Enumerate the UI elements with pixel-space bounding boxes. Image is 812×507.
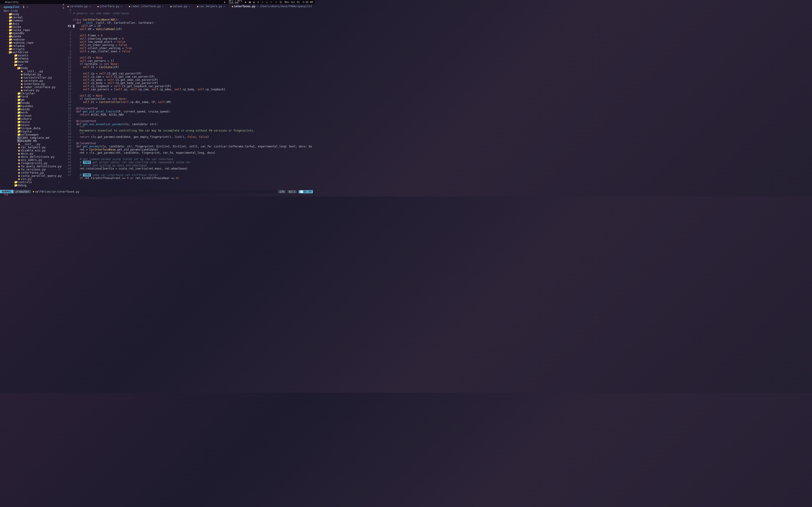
file-CARS_template-md[interactable]: M↓CARS_template.md xyxy=(4,136,62,139)
folder-panda[interactable]: ›📁panda xyxy=(4,35,62,38)
code-line[interactable]: self.cp_loopback = self.CS.get_loopback_… xyxy=(73,84,315,88)
code-line[interactable]: self.can_parsers = [self.cp, self.cp_cam… xyxy=(73,88,315,91)
folder-subaru[interactable]: ›📁subaru xyxy=(4,117,62,120)
folder-laika_repo[interactable]: ›📁laika_repo xyxy=(4,29,62,32)
code-line[interactable]: # Set common params using fields set by … xyxy=(73,158,315,161)
code-line[interactable]: class CarInterfaceBase(ABC): xyxy=(73,18,315,21)
file-interfaces-py[interactable]: ●interfaces.py xyxy=(4,171,62,174)
code-line[interactable]: @staticmethod xyxy=(73,107,315,110)
folder-hyundai[interactable]: ›📁hyundai xyxy=(4,105,62,108)
folder-release[interactable]: ›📁release xyxy=(4,44,62,48)
tab-car_helpers-py[interactable]: ●car_helpers.py✕ xyxy=(196,5,226,8)
code-line[interactable]: self.steering_unpressed = 0 xyxy=(73,37,315,40)
code-editor[interactable]: 6762234567891011121314151617181920212223… xyxy=(62,8,315,196)
code-line[interactable] xyxy=(73,69,315,72)
folder-body[interactable]: ⌄ 📂 body xyxy=(4,66,62,70)
code-line[interactable]: if CarController is not None: xyxy=(73,97,315,101)
close-icon[interactable]: ✕ xyxy=(257,5,258,8)
folder-toyota[interactable]: ›📁toyota xyxy=(4,130,62,133)
code-line[interactable]: def get_non_essential_params(cls, candid… xyxy=(73,123,315,126)
file-radar_interface-py[interactable]: ●radar_interface.py xyxy=(4,86,62,89)
code-line[interactable]: self.cp = self.CS.get_can_parser(CP) xyxy=(73,72,315,75)
file-bodycan-py[interactable]: ●bodycan.py xyxy=(4,73,62,76)
menubar-time[interactable]: 2:34 AM xyxy=(302,1,313,4)
file-fw_query_definitions-py[interactable]: ●fw_query_definitions.py xyxy=(4,165,62,168)
code-line[interactable]: self.VM = VehicleModel(CP) xyxy=(73,27,315,31)
search-icon[interactable]: ⌕ xyxy=(275,1,277,4)
file-isotp_parallel_query-py[interactable]: ●isotp_parallel_query.py xyxy=(4,174,62,177)
folder-opendbc[interactable]: ›📁opendbc xyxy=(4,32,62,35)
code-line[interactable]: self.low_speed_alert = False xyxy=(73,40,315,44)
file-fw_versions-py[interactable]: ●fw_versions.py✓ xyxy=(4,168,62,171)
code-line[interactable]: self.CC = CarController(self.cp.dbc_name… xyxy=(73,101,315,104)
folder-athena[interactable]: ›📁athena xyxy=(4,57,62,60)
folder-car[interactable]: ⌄ 📂 car xyxy=(4,63,62,66)
code-line[interactable] xyxy=(73,104,315,107)
folder-ford[interactable]: ›📁ford xyxy=(4,95,62,98)
code-line[interactable]: # civic and scaling by mass and wheelbas… xyxy=(73,164,315,167)
folder-selfdrive[interactable]: ⌄ 📂 selfdrive xyxy=(4,51,62,54)
play-icon[interactable]: ⊙ xyxy=(258,1,259,4)
folder-common[interactable]: ›📁common xyxy=(4,19,62,22)
code-line[interactable]: self.v_ego_cluster_seen = False xyxy=(73,50,315,53)
code-line[interactable]: ret = CarInterfaceBase.get_std_params(ca… xyxy=(73,148,315,151)
code-line[interactable] xyxy=(73,53,315,56)
code-line[interactable]: self.cp_cam = self.CS.get_cam_can_parser… xyxy=(73,75,315,78)
menubar-date[interactable]: Mon Jul 31 xyxy=(285,1,300,4)
file-__init__-py[interactable]: ●__init__.py xyxy=(4,70,62,73)
folder-rednose[interactable]: ›📁rednose xyxy=(4,38,62,41)
code-line[interactable]: self.cp_adas = self.CS.get_adas_can_pars… xyxy=(73,78,315,81)
file-docs-py[interactable]: ●docs.py xyxy=(4,152,62,155)
file-__init__-py[interactable]: ●__init__.py xyxy=(4,143,62,146)
close-icon[interactable]: ✕ xyxy=(223,5,225,8)
code-line[interactable]: ret.rotationalInertia = scale_rot_inerti… xyxy=(73,167,315,170)
file-vin-py[interactable]: ●vin.py xyxy=(4,177,62,181)
control-center-icon[interactable]: ☰ xyxy=(280,1,282,4)
menubar-app-name[interactable]: Alacritty xyxy=(5,1,18,4)
folder-chrysler[interactable]: ›📁chrysler xyxy=(4,92,62,95)
file-docs_definitions-py[interactable]: ●docs_definitions.py xyxy=(4,155,62,159)
code-line[interactable]: self.frame = 0 xyxy=(73,34,315,37)
folder-assets[interactable]: ›📁assets xyxy=(4,54,62,57)
folder-mock[interactable]: ›📁mock xyxy=(4,111,62,114)
battery-icon[interactable]: ▭ xyxy=(266,1,267,4)
tab-carstate-py[interactable]: ●carstate.py✕ xyxy=(66,5,92,8)
code-line[interactable]: # TODO get actual value, for now startin… xyxy=(73,161,315,164)
wifi-icon[interactable]: ᯤ xyxy=(270,1,273,4)
code-line[interactable]: """ xyxy=(73,132,315,135)
screen-mirror-icon[interactable]: ⎍ xyxy=(262,1,263,4)
file-disable_ecu-py[interactable]: ●disable_ecu.py xyxy=(4,149,62,152)
code-line[interactable]: return ACCEL_MIN, ACCEL_MAX xyxy=(73,113,315,116)
code-line[interactable] xyxy=(73,154,315,158)
folder-scripts[interactable]: ›📁scripts xyxy=(4,48,62,51)
tab-interfaces-py[interactable]: ●interfaces.py✕ xyxy=(231,5,260,8)
folder-body[interactable]: ›📁body xyxy=(4,13,62,16)
code-line[interactable] xyxy=(73,116,315,119)
file-carstate-py[interactable]: ●carstate.py xyxy=(4,79,62,82)
code-line[interactable] xyxy=(73,9,315,12)
folder-boardd[interactable]: ›📁boardd xyxy=(4,60,62,63)
code-line[interactable]: ret = cls._get_params(ret, candidate, fi… xyxy=(73,151,315,154)
folder-honda[interactable]: ›📁honda xyxy=(4,101,62,105)
close-icon[interactable]: ✕ xyxy=(120,5,122,8)
file-fingerprints-py[interactable]: ●fingerprints.py xyxy=(4,162,62,165)
code-line[interactable]: self.can_parsers = [] xyxy=(73,59,315,62)
close-icon[interactable]: ✕ xyxy=(189,5,190,8)
code-content[interactable]: # generic car and radar interfacesclass … xyxy=(73,9,315,196)
code-line[interactable]: self.cp_body = self.CS.get_body_can_pars… xyxy=(73,81,315,84)
folder-gm[interactable]: ›📁gm xyxy=(4,98,62,101)
file-carcontroller-py[interactable]: ●carcontroller.py xyxy=(4,76,62,79)
code-line[interactable] xyxy=(73,15,315,18)
menu-extra-icon-1[interactable]: ✱ xyxy=(245,1,247,4)
folder-mazda[interactable]: ›📁mazda xyxy=(4,108,62,111)
file-interface-py[interactable]: ●interface.py xyxy=(4,82,62,86)
code-line[interactable]: return cls.get_params(candidate, gen_emp… xyxy=(73,135,315,138)
code-line[interactable] xyxy=(73,31,315,34)
code-line[interactable] xyxy=(73,170,315,173)
close-icon[interactable]: ✕ xyxy=(89,5,91,8)
file-ecu_addrs-py[interactable]: ●ecu_addrs.py xyxy=(4,159,62,162)
folder-nissan[interactable]: ›📁nissan xyxy=(4,114,62,117)
code-line[interactable]: self.CS = CarState(CP) xyxy=(73,66,315,69)
folder-debug[interactable]: › 📁 debug xyxy=(4,184,62,187)
folder-torque_data[interactable]: ›📁torque_data xyxy=(4,127,62,130)
